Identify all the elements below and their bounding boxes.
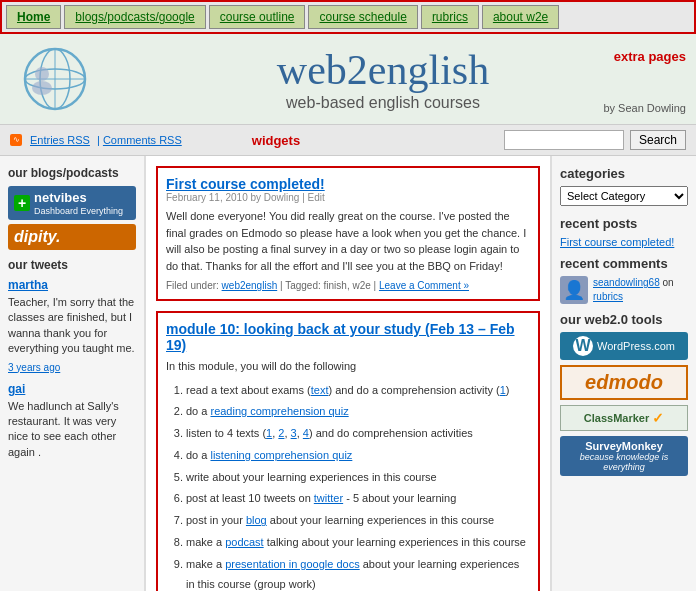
search-input[interactable]: [504, 130, 624, 150]
reading-quiz-link[interactable]: reading comprehension quiz: [210, 405, 348, 417]
wordpress-label: WordPress.com: [597, 340, 675, 352]
tweet-item-0: martha Teacher, I'm sorry that the class…: [8, 278, 136, 374]
post-1-body: Well done everyone! You did really great…: [166, 208, 530, 274]
site-header: web2english web-based english courses ex…: [0, 34, 696, 125]
list-item: post in your blog about your learning ex…: [186, 511, 530, 531]
wordpress-w-icon: W: [573, 336, 593, 356]
list-item: make a presentation in google docs about…: [186, 555, 530, 591]
list-item: listen to 4 texts (1, 2, 3, 4) and do co…: [186, 424, 530, 444]
post-2-intro: In this module, you will do the followin…: [166, 358, 530, 375]
entries-rss-link[interactable]: Entries RSS: [30, 134, 90, 146]
svg-point-6: [32, 81, 52, 95]
tweet-text-0: Teacher, I'm sorry that the classes are …: [8, 295, 136, 357]
navigation-bar: Home blogs/podcasts/google course outlin…: [0, 0, 696, 34]
search-bar: ∿ Entries RSS | Comments RSS widgets Sea…: [0, 125, 696, 156]
surveymonkey-title: SurveyMonkey: [564, 440, 684, 452]
twitter-link[interactable]: twitter: [314, 492, 343, 504]
site-subtitle: web-based english courses: [90, 94, 676, 112]
google-docs-link[interactable]: presentation in google docs: [225, 558, 360, 570]
list-item: write about your learning experiences in…: [186, 468, 530, 488]
list-item: make a podcast talking about your learni…: [186, 533, 530, 553]
nav-rubrics[interactable]: rubrics: [421, 5, 479, 29]
left-sidebar: our blogs/podcasts + netvibes Dashboard …: [0, 156, 145, 591]
post-1-footer: Filed under: web2english | Tagged: finis…: [166, 280, 530, 291]
dipity-badge[interactable]: dipity.: [8, 224, 136, 250]
list-item: do a reading comprehension quiz: [186, 402, 530, 422]
edmodo-badge[interactable]: edmodo: [560, 365, 688, 400]
recent-comments-title: recent comments: [560, 256, 688, 271]
tweet-author-0[interactable]: martha: [8, 278, 48, 292]
post-2: module 10: looking back at your study (F…: [156, 311, 540, 591]
globe-icon: [20, 44, 90, 114]
rss-links: Entries RSS | Comments RSS: [30, 134, 186, 146]
post-2-title[interactable]: module 10: looking back at your study (F…: [166, 321, 515, 353]
comment-link-link[interactable]: rubrics: [593, 291, 623, 302]
tweet-author-1[interactable]: gai: [8, 382, 25, 396]
right-sidebar: categories Select Category recent posts …: [551, 156, 696, 591]
classmarker-badge[interactable]: ClassMarker ✓: [560, 405, 688, 431]
post-1-comment-link[interactable]: Leave a Comment »: [379, 280, 469, 291]
header-text: web2english web-based english courses: [90, 46, 676, 112]
tweets-title: our tweets: [8, 258, 136, 272]
post-1: First course completed! February 11, 201…: [156, 166, 540, 301]
tweet-item-1: gai We hadlunch at Sally's restaurant. I…: [8, 382, 136, 461]
widgets-label: widgets: [252, 133, 300, 148]
extra-pages-label: extra pages: [614, 49, 686, 64]
main-layout: our blogs/podcasts + netvibes Dashboard …: [0, 156, 696, 591]
tweet-time-0[interactable]: 3 years ago: [8, 362, 60, 373]
nav-about[interactable]: about w2e: [482, 5, 559, 29]
blogs-section-title: our blogs/podcasts: [8, 166, 136, 180]
netvibes-label: netvibes Dashboard Everything: [34, 190, 123, 216]
post-1-meta: February 11, 2010 by Dowling | Edit: [166, 192, 530, 203]
list-item: do a listening comprehension quiz: [186, 446, 530, 466]
list-item: read a text about exams (text) and do a …: [186, 381, 530, 401]
comment-item: 👤 seandowling68 on rubrics: [560, 276, 688, 304]
by-author: by Sean Dowling: [603, 102, 686, 114]
comments-rss-link[interactable]: Comments RSS: [103, 134, 182, 146]
nav-schedule[interactable]: course schedule: [308, 5, 417, 29]
wordpress-badge[interactable]: W WordPress.com: [560, 332, 688, 360]
listening-quiz-link[interactable]: listening comprehension quiz: [210, 449, 352, 461]
nav-outline[interactable]: course outline: [209, 5, 306, 29]
comp-link[interactable]: 1: [500, 384, 506, 396]
list-item: post at least 10 tweets on twitter - 5 a…: [186, 489, 530, 509]
recent-posts-title: recent posts: [560, 216, 688, 231]
categories-title: categories: [560, 166, 688, 181]
text-link[interactable]: text: [311, 384, 329, 396]
post-1-category[interactable]: web2english: [222, 280, 278, 291]
netvibes-badge[interactable]: + netvibes Dashboard Everything: [8, 186, 136, 220]
tools-title: our web2.0 tools: [560, 312, 688, 327]
post-1-title[interactable]: First course completed!: [166, 176, 325, 192]
nav-home[interactable]: Home: [6, 5, 61, 29]
category-select[interactable]: Select Category: [560, 186, 688, 206]
classmarker-label: ClassMarker: [584, 412, 649, 424]
blog-link[interactable]: blog: [246, 514, 267, 526]
podcast-link[interactable]: podcast: [225, 536, 264, 548]
netvibes-plus-icon: +: [14, 195, 30, 211]
site-title: web2english: [90, 46, 676, 94]
checkmark-icon: ✓: [652, 410, 664, 426]
tweet-text-1: We hadlunch at Sally's restaurant. It wa…: [8, 399, 136, 461]
surveymonkey-badge[interactable]: SurveyMonkey because knowledge is everyt…: [560, 436, 688, 476]
search-button[interactable]: Search: [630, 130, 686, 150]
nav-blogs[interactable]: blogs/podcasts/google: [64, 5, 205, 29]
center-content: First course completed! February 11, 201…: [145, 156, 551, 591]
recent-post-link[interactable]: First course completed!: [560, 236, 688, 248]
svg-point-5: [35, 67, 49, 81]
module-list: read a text about exams (text) and do a …: [186, 381, 530, 592]
surveymonkey-tagline: because knowledge is everything: [564, 452, 684, 472]
rss-icon: ∿: [10, 134, 22, 146]
comment-author-link[interactable]: seandowling68: [593, 277, 660, 288]
tweets-section: our tweets martha Teacher, I'm sorry tha…: [8, 258, 136, 460]
comment-avatar: 👤: [560, 276, 588, 304]
comment-text: seandowling68 on rubrics: [593, 276, 688, 304]
